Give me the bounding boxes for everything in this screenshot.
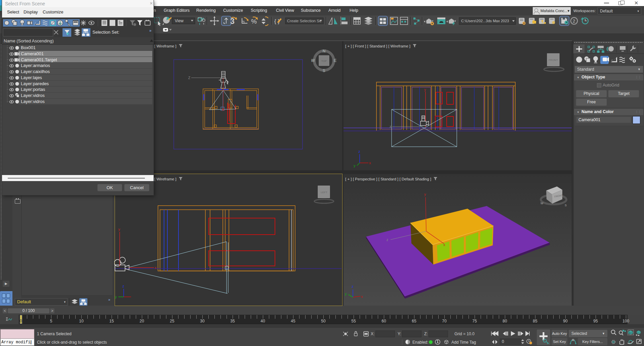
svg-text:x: x xyxy=(155,266,157,270)
svg-text:z: z xyxy=(390,125,391,129)
svg-text:z: z xyxy=(352,284,354,288)
svg-text:y: y xyxy=(345,292,347,296)
svg-text:S: S xyxy=(565,204,567,207)
svg-text:2: 2 xyxy=(573,19,575,24)
svg-text:W: W xyxy=(540,202,544,205)
svg-text:3: 3 xyxy=(230,17,235,26)
svg-text:W: W xyxy=(311,58,315,63)
svg-text:y: y xyxy=(424,192,426,196)
svg-text:Z: Z xyxy=(188,76,190,80)
svg-text:x: x xyxy=(369,161,371,165)
svg-text:y: y xyxy=(424,88,426,92)
svg-text:TOP: TOP xyxy=(321,60,327,63)
svg-text:FRONT: FRONT xyxy=(549,59,558,62)
svg-text:y: y xyxy=(354,164,356,168)
svg-text:Create Selection Se: Create Selection Se xyxy=(287,19,321,23)
svg-text:%: % xyxy=(251,18,257,25)
svg-text:y: y xyxy=(115,295,117,299)
svg-text:x: x xyxy=(443,243,445,247)
svg-text:E: E xyxy=(334,58,336,63)
svg-text:y: y xyxy=(118,227,120,231)
svg-text:z: z xyxy=(387,238,388,242)
svg-text:S: S xyxy=(323,68,325,73)
svg-text:x: x xyxy=(361,295,363,299)
svg-text:z: z xyxy=(358,149,360,153)
svg-text:C:\Users\202...3ds Max 2023: C:\Users\202...3ds Max 2023 xyxy=(461,19,509,23)
svg-text:View: View xyxy=(175,19,184,23)
svg-text:z: z xyxy=(122,284,124,288)
svg-text:N: N xyxy=(323,49,326,54)
